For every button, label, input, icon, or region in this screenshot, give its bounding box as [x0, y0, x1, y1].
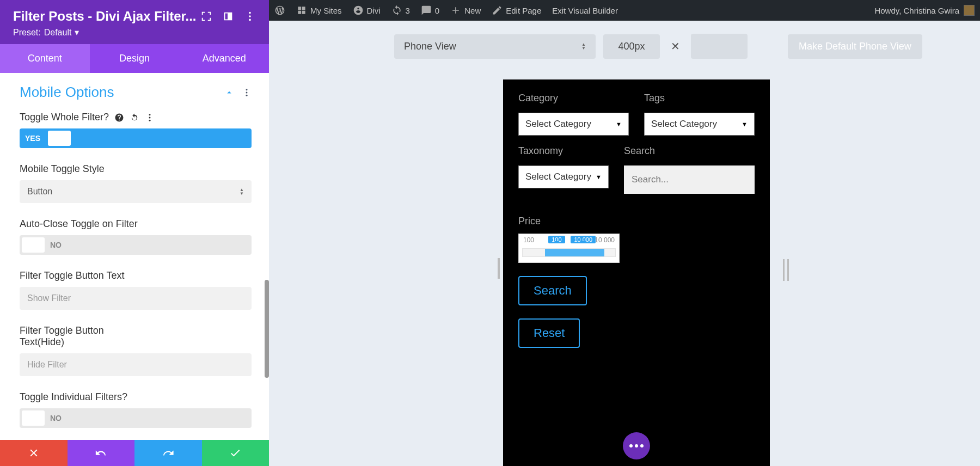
module-more-button[interactable] [623, 432, 650, 459]
field-auto-close-label: Auto-Close Toggle on Filter [20, 218, 138, 230]
view-select[interactable]: Phone View ▲▼ [394, 34, 596, 59]
comments-count: 0 [435, 6, 439, 15]
tab-content[interactable]: Content [0, 44, 90, 73]
admin-bar-right[interactable]: Howdy, Christina Gwira [874, 5, 975, 16]
resize-handle-left[interactable] [498, 258, 500, 279]
price-label: Price [518, 216, 755, 227]
toggle-yes-text: YES [20, 134, 46, 143]
updates-link[interactable]: 3 [391, 5, 410, 16]
comment-icon [421, 5, 432, 16]
field-mobile-style: Mobile Toggle Style Button ▲▼ [20, 163, 252, 203]
svg-point-6 [149, 114, 151, 115]
settings-tabs: Content Design Advanced [0, 44, 269, 73]
resize-handle-right[interactable] [783, 259, 789, 281]
select-arrows-icon: ▲▼ [240, 188, 244, 195]
edit-page-label: Edit Page [506, 6, 541, 15]
price-slider[interactable]: 100 100 10 000 10 000 [518, 234, 620, 263]
category-placeholder: Select Category [525, 119, 591, 130]
undo-icon [95, 447, 107, 459]
more-icon[interactable] [244, 10, 256, 22]
height-input[interactable] [691, 34, 748, 59]
phone-preview: Category Select Category▼ Tags Select Ca… [503, 79, 770, 466]
chevron-up-icon[interactable] [224, 88, 234, 97]
taxonomy-label: Taxonomy [518, 145, 609, 157]
undo-button[interactable] [68, 440, 135, 466]
save-button[interactable] [202, 440, 270, 466]
category-select[interactable]: Select Category▼ [518, 113, 629, 136]
my-sites-label: My Sites [310, 6, 342, 15]
reset-button[interactable]: Reset [518, 318, 580, 348]
svg-point-2 [249, 19, 251, 21]
field-btn-text-hide: Filter Toggle Button Text(Hide) Hide Fil… [20, 325, 252, 376]
help-icon[interactable] [114, 113, 124, 122]
taxonomy-select[interactable]: Select Category▼ [518, 165, 609, 188]
field-btn-text-hide-label: Filter Toggle Button Text(Hide) [20, 325, 128, 348]
preview-toolbar: Phone View ▲▼ 400px ✕ Make Default Phone… [269, 21, 980, 59]
times-icon: ✕ [667, 40, 683, 53]
auto-close-switch[interactable]: NO [20, 235, 252, 255]
ref-icon [391, 5, 402, 16]
dock-icon[interactable] [222, 10, 234, 22]
exit-vb-label: Exit Visual Builder [552, 6, 618, 15]
toggle-whole-switch[interactable]: YES [20, 128, 252, 148]
wordpress-icon [274, 5, 285, 16]
discard-button[interactable] [0, 440, 68, 466]
chevron-down-icon: ▼ [616, 121, 622, 127]
edit-page-link[interactable]: Edit Page [492, 5, 541, 16]
tags-select[interactable]: Select Category▼ [644, 113, 755, 136]
section-mobile-options-title[interactable]: Mobile Options [20, 84, 114, 101]
preset-selector[interactable]: Preset: Default ▾ [13, 27, 256, 38]
width-input[interactable]: 400px [603, 34, 660, 59]
new-link[interactable]: New [450, 5, 481, 16]
my-sites-link[interactable]: My Sites [296, 5, 342, 16]
exit-vb-link[interactable]: Exit Visual Builder [552, 6, 618, 15]
toggle-individual-switch[interactable]: NO [20, 408, 252, 428]
comments-link[interactable]: 0 [421, 5, 439, 16]
tab-design[interactable]: Design [90, 44, 180, 73]
make-default-button[interactable]: Make Default Phone View [788, 34, 922, 59]
search-label: Search [624, 145, 755, 157]
chevron-down-icon: ▼ [742, 121, 748, 127]
field-toggle-whole-label: Toggle Whole Filter? [20, 112, 109, 123]
btn-text-hide-input[interactable]: Hide Filter [20, 353, 252, 376]
new-label: New [464, 6, 481, 15]
reset-icon[interactable] [130, 113, 139, 122]
mobile-style-select[interactable]: Button ▲▼ [20, 180, 252, 203]
btn-text-input[interactable]: Show Filter [20, 287, 252, 310]
search-input[interactable] [624, 165, 755, 194]
field-more-icon[interactable] [145, 113, 155, 122]
price-to-badge: 10 000 [571, 236, 596, 243]
svg-point-3 [246, 89, 248, 90]
expand-icon[interactable] [200, 10, 212, 22]
scrollbar-thumb[interactable] [265, 280, 269, 378]
plus-icon [450, 5, 461, 16]
category-label: Category [518, 93, 629, 104]
preset-value: Default [44, 28, 72, 38]
field-toggle-individual-label: Toggle Individual Filters? [20, 391, 127, 403]
price-section: Price 100 100 10 000 10 000 [518, 216, 755, 263]
svg-point-0 [249, 12, 251, 14]
svg-point-1 [249, 15, 251, 17]
settings-body: Mobile Options Toggle Whole Filter? YES [0, 73, 269, 440]
svg-point-4 [246, 91, 248, 93]
slider-track[interactable] [522, 248, 616, 257]
sites-icon [296, 5, 307, 16]
svg-point-8 [149, 119, 151, 121]
search-button[interactable]: Search [518, 276, 587, 305]
panel-action-bar [0, 440, 269, 466]
panel-title: Filter Posts - Divi Ajax Filter... [13, 9, 197, 24]
redo-button[interactable] [134, 440, 202, 466]
toggle-knob [22, 410, 45, 426]
select-arrows-icon: ▲▼ [581, 42, 586, 50]
site-link[interactable]: Divi [353, 5, 381, 16]
mobile-style-value: Button [27, 187, 52, 197]
check-icon [229, 447, 241, 459]
taxonomy-placeholder: Select Category [525, 171, 591, 182]
chevron-down-icon: ▼ [596, 174, 602, 180]
wp-logo[interactable] [274, 5, 285, 16]
close-icon [28, 447, 40, 459]
field-mobile-style-label: Mobile Toggle Style [20, 163, 105, 175]
tags-label: Tags [644, 93, 755, 104]
tab-advanced[interactable]: Advanced [179, 44, 269, 73]
section-more-icon[interactable] [242, 88, 252, 97]
